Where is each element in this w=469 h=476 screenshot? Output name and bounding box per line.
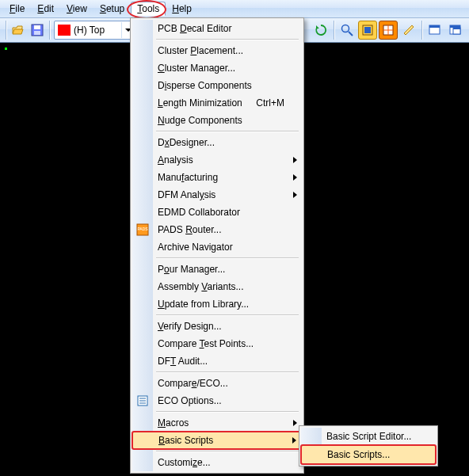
- refresh-icon[interactable]: [311, 21, 330, 40]
- menu-verify-design[interactable]: Verify Design...: [132, 318, 302, 335]
- open-icon[interactable]: [10, 21, 27, 39]
- window2-icon[interactable]: [446, 21, 465, 40]
- menu-edmd-collaborator[interactable]: EDMD Collaborator: [132, 204, 302, 221]
- menu-tools[interactable]: Tools: [131, 2, 166, 16]
- view-extents-icon[interactable]: [379, 21, 398, 40]
- toolbar-grip: [4, 21, 8, 40]
- menu-disperse-components[interactable]: Disperse Components: [132, 77, 302, 94]
- menu-dft-audit[interactable]: DFT Audit...: [132, 352, 302, 370]
- menu-dxdesigner[interactable]: DxDesigner...: [132, 134, 302, 151]
- menu-archive-navigator[interactable]: Archive Navigator: [132, 238, 302, 256]
- menu-pour-manager[interactable]: Pour Manager...: [132, 261, 302, 278]
- menu-macros[interactable]: Macros: [132, 414, 302, 432]
- menu-setup[interactable]: Setup: [93, 2, 131, 16]
- pads-router-icon: PADS: [135, 223, 150, 237]
- layer-selector[interactable]: (H) Top: [54, 21, 135, 40]
- menu-pads-router[interactable]: PADS PADS Router...: [132, 221, 302, 238]
- menu-compare-eco[interactable]: Compare/ECO...: [132, 375, 302, 392]
- menu-update-from-library[interactable]: Update from Library...: [132, 295, 302, 313]
- menu-compare-test-points[interactable]: Compare Test Points...: [132, 335, 302, 352]
- layer-name: (H) Top: [74, 25, 121, 36]
- menu-basic-scripts[interactable]: Basic Scripts: [132, 432, 302, 449]
- svg-rect-13: [453, 28, 460, 29]
- svg-rect-9: [429, 25, 440, 28]
- menu-bar: File Edit View Setup Tools Help: [0, 0, 469, 18]
- menu-nudge-components[interactable]: Nudge Components: [132, 112, 302, 129]
- layer-color-swatch: [58, 25, 71, 36]
- menu-help[interactable]: Help: [166, 2, 198, 16]
- zoom-icon[interactable]: [337, 21, 357, 40]
- svg-rect-2: [34, 31, 40, 35]
- toolbar-separator: [420, 21, 424, 40]
- view-board-icon[interactable]: [358, 21, 377, 40]
- menu-pcb-decal-editor[interactable]: PCB Decal Editor: [132, 20, 302, 37]
- svg-line-4: [349, 32, 353, 36]
- menu-view[interactable]: View: [60, 2, 93, 16]
- svg-rect-6: [364, 27, 371, 33]
- svg-point-3: [342, 25, 349, 32]
- submenu-arrow-icon: [293, 157, 297, 163]
- menu-assembly-variants[interactable]: Assembly Variants...: [132, 278, 302, 295]
- shortcut-label: Ctrl+M: [256, 97, 284, 109]
- svg-rect-1: [34, 25, 40, 29]
- basic-scripts-submenu: Basic Script Editor... Basic Scripts...: [299, 425, 438, 466]
- menu-cluster-placement[interactable]: Cluster Placement...: [132, 42, 302, 59]
- eco-options-icon: [135, 394, 150, 408]
- menu-customize[interactable]: Customize...: [132, 454, 302, 471]
- save-icon[interactable]: [29, 21, 46, 39]
- menu-dfm-analysis[interactable]: DFM Analysis: [132, 186, 302, 204]
- menu-file[interactable]: File: [3, 2, 31, 16]
- window1-icon[interactable]: [425, 21, 444, 40]
- origin-marker: [5, 48, 7, 50]
- submenu-arrow-icon: [292, 437, 296, 444]
- submenu-basic-scripts[interactable]: Basic Scripts...: [301, 445, 436, 464]
- menu-length-minimization[interactable]: Length MinimizationCtrl+M: [132, 94, 302, 112]
- submenu-arrow-icon: [293, 420, 297, 426]
- toolbar-separator: [332, 21, 336, 40]
- menu-manufacturing[interactable]: Manufacturing: [132, 169, 302, 186]
- redraw-icon[interactable]: [399, 21, 418, 40]
- submenu-basic-script-editor[interactable]: Basic Script Editor...: [301, 428, 436, 445]
- tools-menu: PCB Decal Editor Cluster Placement... Cl…: [130, 17, 304, 474]
- submenu-arrow-icon: [293, 174, 297, 181]
- menu-eco-options[interactable]: ECO Options...: [132, 392, 302, 409]
- svg-text:PADS: PADS: [137, 227, 148, 231]
- toolbar-separator: [48, 21, 51, 40]
- menu-cluster-manager[interactable]: Cluster Manager...: [132, 59, 302, 77]
- submenu-arrow-icon: [293, 192, 297, 198]
- menu-edit[interactable]: Edit: [31, 2, 60, 16]
- menu-analysis[interactable]: Analysis: [132, 151, 302, 169]
